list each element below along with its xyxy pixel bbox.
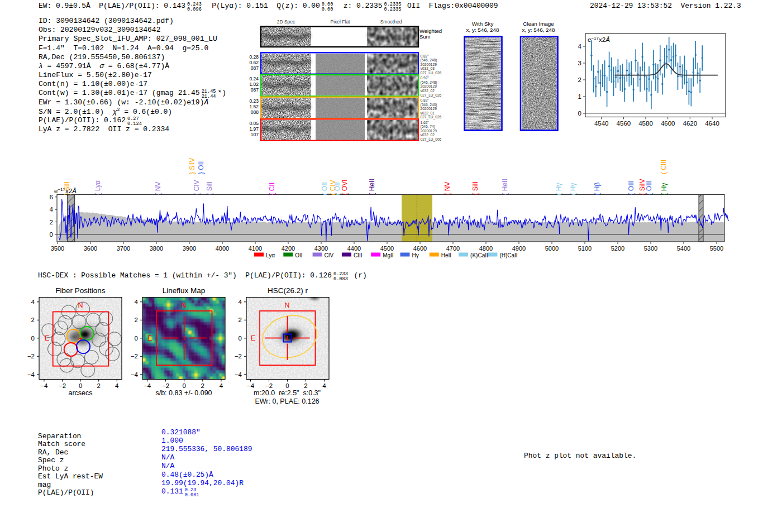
svg-text:CIV: CIV [325, 252, 334, 258]
svg-text:0.24: 0.24 [249, 76, 259, 82]
svg-text:s/b: 0.83 +/- 0.090: s/b: 0.83 +/- 0.090 [155, 389, 212, 397]
svg-text:E: E [147, 334, 152, 342]
svg-text:3500: 3500 [51, 245, 64, 252]
svg-text:027_LU_025: 027_LU_025 [421, 115, 442, 119]
svg-text:2: 2 [239, 317, 242, 323]
svg-text:−2: −2 [131, 353, 138, 360]
svg-text:{ NV: { NV [444, 181, 451, 195]
svg-text:20200129: 20200129 [421, 129, 437, 133]
svg-text:CIII: CIII [354, 252, 363, 258]
svg-text:4580: 4580 [638, 120, 653, 127]
svg-text:5400: 5400 [677, 245, 690, 252]
svg-text:Pixel Flat: Pixel Flat [331, 19, 351, 25]
svg-text:027_LU_006: 027_LU_006 [421, 137, 442, 142]
svg-text:( CIII: ( CIII [660, 160, 667, 174]
svg-text:088: 088 [251, 109, 259, 115]
svg-text:( Hγ: ( Hγ [569, 183, 577, 195]
svg-text:0.28: 0.28 [249, 54, 259, 60]
svg-text:{ CIV: { CIV [193, 180, 201, 195]
svg-text:( Hβ: ( Hβ [593, 183, 601, 195]
svg-text:{ HeII: { HeII [368, 179, 376, 195]
svg-text:2: 2 [50, 219, 53, 226]
svg-text:N: N [181, 301, 186, 309]
svg-text:3600: 3600 [84, 245, 97, 252]
svg-text:{ OIII: { OIII [645, 180, 653, 195]
svg-text:4: 4 [135, 299, 139, 305]
svg-text:{ SiII: { SiII [471, 181, 479, 195]
svg-text:4: 4 [115, 382, 119, 389]
svg-text:Sum: Sum [419, 33, 431, 40]
svg-text:With Sky: With Sky [472, 21, 494, 27]
svg-text:EWr: 0, PLAE: 0.126: EWr: 0, PLAE: 0.126 [255, 397, 319, 405]
svg-text:20200129: 20200129 [421, 84, 437, 88]
svg-text:5000: 5000 [545, 245, 559, 252]
svg-text:0.82": 0.82" [421, 98, 430, 102]
svg-text:0: 0 [135, 335, 138, 342]
svg-text:{ SiII: { SiII [206, 181, 213, 195]
svg-text:0.23: 0.23 [249, 98, 259, 104]
svg-text:0: 0 [50, 231, 53, 238]
svg-text:+: + [79, 335, 82, 342]
svg-text:2: 2 [97, 382, 100, 389]
svg-text:3800: 3800 [150, 245, 163, 252]
svg-text:{ OIII: { OIII [627, 180, 635, 195]
svg-text:5200: 5200 [611, 245, 624, 252]
svg-text:E: E [251, 334, 255, 342]
svg-text:4: 4 [578, 43, 582, 50]
svg-text:4: 4 [50, 206, 54, 213]
svg-text:( Hγ: ( Hγ [555, 183, 562, 195]
svg-text:0.62: 0.62 [249, 60, 259, 65]
svg-text:0.82": 0.82" [421, 54, 430, 58]
svg-text:4000: 4000 [216, 245, 229, 252]
svg-text:{ OVI: { OVI [341, 179, 349, 195]
svg-text:027_LU_026: 027_LU_026 [421, 93, 442, 98]
svg-text:4640: 4640 [705, 120, 719, 127]
svg-text:HSC(26.2) r: HSC(26.2) r [268, 286, 308, 295]
svg-text:4600: 4600 [661, 120, 675, 127]
svg-text:} OII: } OII [197, 161, 205, 174]
svg-text:x, y: 546, 248: x, y: 546, 248 [466, 27, 499, 33]
svg-text:4620: 4620 [683, 120, 698, 127]
svg-text:027_LU_026: 027_LU_026 [421, 71, 442, 75]
svg-text:3: 3 [578, 60, 581, 66]
svg-text:20200129: 20200129 [421, 107, 437, 111]
svg-text:0: 0 [239, 335, 242, 342]
svg-text:N: N [284, 301, 289, 309]
svg-text:1.02: 1.02 [249, 82, 259, 87]
svg-text:4500: 4500 [380, 245, 394, 252]
svg-text:107: 107 [251, 132, 259, 137]
svg-text:4560: 4560 [617, 120, 631, 127]
svg-text:2: 2 [304, 382, 307, 389]
svg-text:0.92": 0.92" [421, 76, 430, 80]
svg-text:4800: 4800 [479, 245, 493, 252]
svg-text:3700: 3700 [117, 245, 130, 252]
svg-text:1: 1 [578, 93, 581, 100]
svg-text:0.05: 0.05 [249, 121, 259, 126]
svg-text:−4: −4 [144, 382, 151, 389]
svg-text:Lineflux Map: Lineflux Map [163, 286, 206, 295]
svg-text:1.62": 1.62" [421, 121, 430, 124]
svg-text:1.52: 1.52 [249, 104, 259, 109]
svg-text:m:20.0 re:2.5" s:0.3": m:20.0 re:2.5" s:0.3" [254, 389, 321, 397]
svg-text:087: 087 [251, 87, 259, 93]
svg-text:0: 0 [31, 335, 35, 342]
svg-text:{ CII: { CII [268, 183, 276, 195]
svg-text:−2: −2 [235, 353, 242, 360]
svg-text:Fiber Positions: Fiber Positions [55, 286, 106, 295]
svg-text:MgII: MgII [383, 252, 393, 258]
svg-text:} SiIV: } SiIV [188, 158, 196, 174]
svg-text:4100: 4100 [249, 245, 262, 252]
svg-text:} SiII: } SiII [63, 181, 71, 195]
svg-text:( OII: ( OII [321, 182, 328, 195]
svg-text:4700: 4700 [446, 245, 460, 252]
svg-text:arcsecs: arcsecs [68, 389, 92, 397]
svg-text:4540: 4540 [594, 120, 609, 127]
svg-text:5100: 5100 [578, 245, 592, 252]
svg-text:5300: 5300 [644, 245, 657, 252]
svg-text:6: 6 [50, 194, 53, 200]
svg-text:4200: 4200 [282, 245, 295, 252]
svg-text:x, y: 546, 248: x, y: 546, 248 [522, 27, 555, 33]
svg-text:E: E [45, 334, 49, 342]
svg-text:4600: 4600 [413, 245, 427, 252]
svg-text:2: 2 [201, 382, 204, 389]
